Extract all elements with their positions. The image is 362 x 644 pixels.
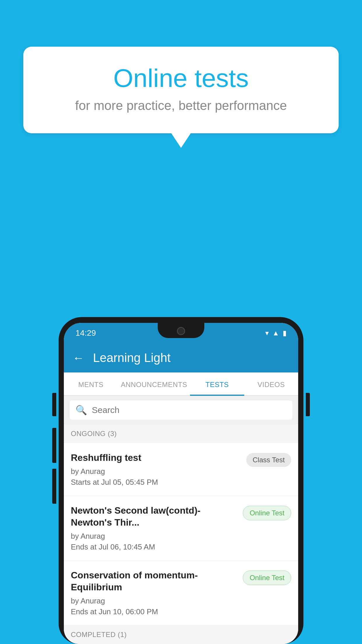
test-author: by Anurag [71, 467, 242, 476]
test-badge-online: Online Test [243, 570, 291, 585]
phone-vol-down-button [52, 469, 56, 504]
test-item[interactable]: Reshuffling test by Anurag Starts at Jul… [64, 443, 298, 496]
test-author: by Anurag [71, 532, 238, 541]
wifi-icon: ▾ [265, 329, 269, 337]
tab-tests[interactable]: TESTS [190, 372, 244, 395]
test-time: Ends at Jun 10, 06:00 PM [71, 607, 238, 616]
search-input[interactable] [92, 405, 287, 415]
signal-icon: ▲ [272, 329, 279, 337]
ongoing-section-header: ONGOING (3) [64, 424, 298, 443]
test-name: Conservation of momentum-Equilibrium [71, 569, 238, 594]
camera [177, 327, 185, 335]
phone-screen: 14:29 ▾ ▲ ▮ ← Learning Light MENTS ANNOU… [64, 323, 298, 644]
test-badge-online: Online Test [243, 506, 291, 520]
tabs-bar: MENTS ANNOUNCEMENTS TESTS VIDEOS [64, 372, 298, 396]
search-icon: 🔍 [75, 405, 87, 416]
test-name: Newton's Second law(contd)-Newton's Thir… [71, 505, 238, 529]
back-button[interactable]: ← [73, 351, 84, 365]
phone-vol-up-button [52, 428, 56, 463]
test-name: Reshuffling test [71, 452, 242, 464]
search-wrapper[interactable]: 🔍 [70, 400, 292, 420]
tab-videos[interactable]: VIDEOS [244, 372, 298, 395]
battery-icon: ▮ [283, 329, 287, 337]
test-item[interactable]: Conservation of momentum-Equilibrium by … [64, 561, 298, 625]
app-title: Learning Light [93, 351, 171, 365]
search-bar-container: 🔍 [64, 396, 298, 424]
bubble-subtitle: for more practice, better performance [47, 98, 315, 113]
completed-section-header: COMPLETED (1) [64, 625, 298, 644]
test-time: Starts at Jul 05, 05:45 PM [71, 478, 242, 487]
status-bar: 14:29 ▾ ▲ ▮ [64, 323, 298, 343]
bubble-card: Online tests for more practice, better p… [23, 47, 339, 133]
test-info: Conservation of momentum-Equilibrium by … [71, 569, 238, 616]
test-info: Newton's Second law(contd)-Newton's Thir… [71, 505, 238, 552]
promo-bubble: Online tests for more practice, better p… [23, 47, 339, 133]
status-time: 14:29 [75, 328, 96, 338]
tab-ments[interactable]: MENTS [64, 372, 118, 395]
tab-announcements[interactable]: ANNOUNCEMENTS [118, 372, 190, 395]
app-header: ← Learning Light [64, 343, 298, 372]
test-info: Reshuffling test by Anurag Starts at Jul… [71, 452, 242, 487]
test-item[interactable]: Newton's Second law(contd)-Newton's Thir… [64, 496, 298, 561]
status-icons: ▾ ▲ ▮ [265, 329, 287, 337]
phone-power-button [306, 393, 310, 416]
phone-side-button [52, 393, 56, 416]
phone-body: 14:29 ▾ ▲ ▮ ← Learning Light MENTS ANNOU… [59, 317, 303, 644]
test-author: by Anurag [71, 596, 238, 606]
bubble-title: Online tests [47, 64, 315, 92]
test-list: Reshuffling test by Anurag Starts at Jul… [64, 443, 298, 625]
phone-mockup: 14:29 ▾ ▲ ▮ ← Learning Light MENTS ANNOU… [59, 317, 303, 644]
test-badge-class: Class Test [246, 453, 291, 467]
notch [158, 323, 204, 338]
test-time: Ends at Jul 06, 10:45 AM [71, 542, 238, 552]
